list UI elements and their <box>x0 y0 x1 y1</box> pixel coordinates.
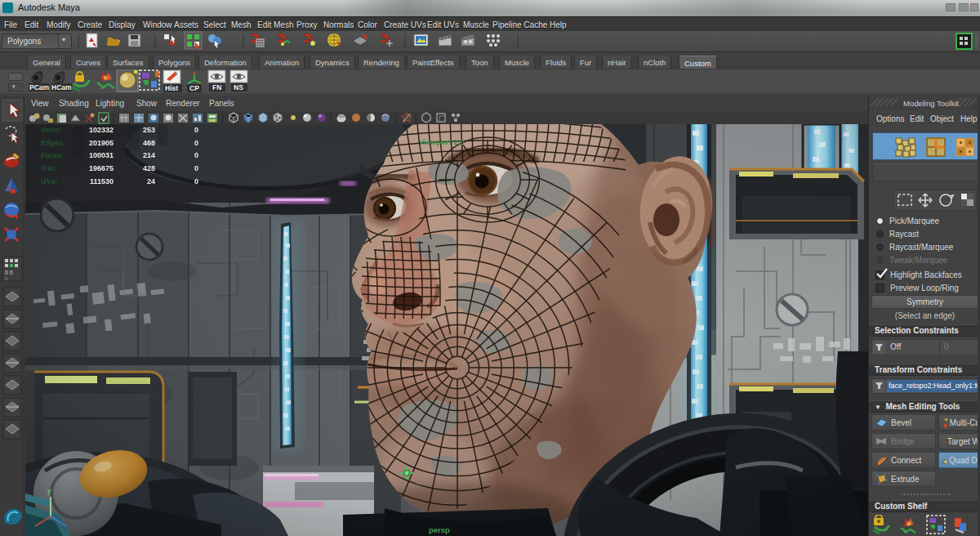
svg-text:PCam: PCam <box>29 83 50 92</box>
svg-text:196675: 196675 <box>89 164 114 172</box>
svg-text:Edges:: Edges: <box>41 139 65 147</box>
svg-text:0 0: 0 0 <box>5 270 13 275</box>
svg-text:y: y <box>47 487 51 495</box>
svg-text:0: 0 <box>194 126 198 134</box>
svg-text:24: 24 <box>147 177 155 185</box>
svg-text:428: 428 <box>143 164 155 172</box>
svg-text:Viewport 2.0: Viewport 2.0 <box>419 137 465 146</box>
svg-text:468: 468 <box>143 139 155 147</box>
svg-text:100031: 100031 <box>89 151 114 159</box>
svg-text:Verts:: Verts: <box>41 126 61 134</box>
svg-text:Tris:: Tris: <box>41 164 56 172</box>
svg-text:201905: 201905 <box>89 139 114 147</box>
svg-text:0: 0 <box>194 139 198 147</box>
svg-text:0: 0 <box>194 177 198 185</box>
svg-text:FN: FN <box>212 83 221 92</box>
svg-text:UVs:: UVs: <box>41 177 58 185</box>
svg-text:Faces:: Faces: <box>41 151 65 159</box>
svg-text:Hist: Hist <box>165 84 178 92</box>
svg-text:NS: NS <box>234 83 243 92</box>
svg-text:102332: 102332 <box>89 126 114 134</box>
svg-text:persp: persp <box>429 525 450 534</box>
svg-text:214: 214 <box>143 151 155 159</box>
svg-text:HCam: HCam <box>51 83 72 92</box>
svg-text:111530: 111530 <box>90 177 114 185</box>
svg-text:0: 0 <box>194 164 198 172</box>
svg-text:253: 253 <box>143 126 155 134</box>
svg-text:0: 0 <box>194 151 198 159</box>
svg-text:CP: CP <box>189 84 199 92</box>
